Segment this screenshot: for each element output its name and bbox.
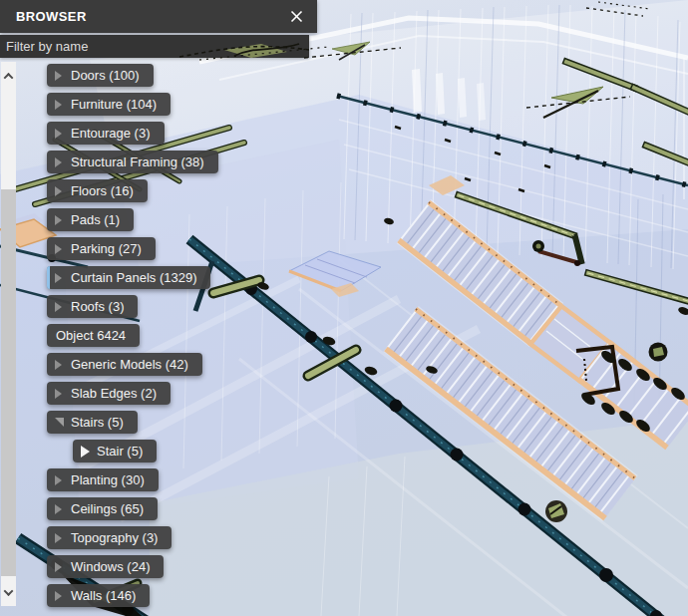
tree-item-pads-1[interactable]: Pads (1) xyxy=(47,208,134,231)
tree-item-label: Generic Models (42) xyxy=(71,353,188,376)
tree-item-label: Pads (1) xyxy=(71,208,120,231)
tree-item-windows-24[interactable]: Windows (24) xyxy=(47,555,164,578)
expand-arrow-icon[interactable] xyxy=(55,100,64,110)
tree-item-label: Roofs (3) xyxy=(71,295,124,318)
tree-scrollbar[interactable] xyxy=(1,62,16,606)
tree-item-entourage-3[interactable]: Entourage (3) xyxy=(47,122,165,145)
tree-item-label: Structural Framing (38) xyxy=(71,151,204,173)
scrollbar-thumb[interactable] xyxy=(1,189,16,576)
expand-arrow-icon[interactable] xyxy=(55,389,64,399)
expand-arrow-icon[interactable] xyxy=(55,157,64,167)
expand-arrow-icon[interactable] xyxy=(55,129,64,139)
tree-item-label: Entourage (3) xyxy=(71,122,151,145)
expand-arrow-icon[interactable] xyxy=(55,562,64,572)
tree-item-parking-27[interactable]: Parking (27) xyxy=(47,237,156,260)
tree-item-label: Floors (16) xyxy=(71,179,134,202)
expand-arrow-icon[interactable] xyxy=(55,533,64,543)
expand-arrow-icon[interactable] xyxy=(55,273,64,283)
tree-item-label: Furniture (104) xyxy=(71,93,157,116)
browser-panel-header[interactable]: BROWSER xyxy=(0,0,317,33)
tree-item-label: Doors (100) xyxy=(71,64,140,87)
expand-arrow-icon[interactable] xyxy=(55,186,64,196)
tree-item-label: Parking (27) xyxy=(71,237,142,260)
filter-input[interactable] xyxy=(0,35,309,58)
scroll-up-button[interactable] xyxy=(1,66,16,86)
collapse-arrow-icon[interactable] xyxy=(55,418,64,427)
viewer-canvas[interactable]: BROWSER Doors (100)Furniture (104)Entour… xyxy=(0,0,688,616)
expand-arrow-icon[interactable] xyxy=(55,71,64,81)
tree-item-stairs-5[interactable]: Stairs (5) xyxy=(47,411,138,434)
expand-arrow-icon[interactable] xyxy=(55,215,64,225)
expand-arrow-icon[interactable] xyxy=(55,591,64,601)
tree-item-roofs-3[interactable]: Roofs (3) xyxy=(47,295,138,318)
tree-item-label: Ceilings (65) xyxy=(71,497,144,520)
expand-arrow-icon[interactable] xyxy=(55,504,64,514)
tree-item-label: Walls (146) xyxy=(71,584,136,607)
tree-item-ceilings-65[interactable]: Ceilings (65) xyxy=(47,497,158,520)
tree-item-generic-models-42[interactable]: Generic Models (42) xyxy=(47,353,202,376)
tree-item-topography-3[interactable]: Topography (3) xyxy=(47,526,172,549)
tree-item-label: Topography (3) xyxy=(71,526,158,549)
tree-item-slab-edges-2[interactable]: Slab Edges (2) xyxy=(47,382,171,405)
tree-item-planting-30[interactable]: Planting (30) xyxy=(47,468,159,491)
tree-item-label: Stair (5) xyxy=(97,440,143,462)
close-icon[interactable] xyxy=(283,0,309,33)
chevron-up-icon xyxy=(4,72,14,82)
expand-arrow-icon[interactable] xyxy=(55,475,64,485)
expand-arrow-icon[interactable] xyxy=(55,302,64,312)
selection-indicator xyxy=(47,266,50,289)
tree-item-stair-5[interactable]: Stair (5) xyxy=(73,440,157,462)
tree-item-object-6424[interactable]: Object 6424 xyxy=(47,324,140,347)
tree-item-floors-16[interactable]: Floors (16) xyxy=(47,179,148,202)
tree-item-label: Stairs (5) xyxy=(71,411,124,434)
expand-arrow-icon[interactable] xyxy=(55,244,64,254)
scroll-down-button[interactable] xyxy=(1,582,16,602)
expand-arrow-icon[interactable] xyxy=(55,360,64,370)
tree-item-structural-framing-38[interactable]: Structural Framing (38) xyxy=(47,151,218,173)
tree-item-furniture-104[interactable]: Furniture (104) xyxy=(47,93,171,116)
chevron-down-icon xyxy=(4,586,14,596)
tree-item-label: Object 6424 xyxy=(56,324,126,347)
tree-item-walls-146[interactable]: Walls (146) xyxy=(47,584,150,607)
tree-item-label: Planting (30) xyxy=(71,468,145,491)
tree-item-label: Slab Edges (2) xyxy=(71,382,157,405)
panel-title: BROWSER xyxy=(16,9,87,24)
tree-item-doors-100[interactable]: Doors (100) xyxy=(47,64,154,87)
tree-item-label: Windows (24) xyxy=(71,555,150,578)
tree-item-label: Curtain Panels (1329) xyxy=(71,266,196,289)
expand-arrow-icon[interactable] xyxy=(81,446,90,458)
tree-item-curtain-panels-1329[interactable]: Curtain Panels (1329) xyxy=(47,266,210,289)
